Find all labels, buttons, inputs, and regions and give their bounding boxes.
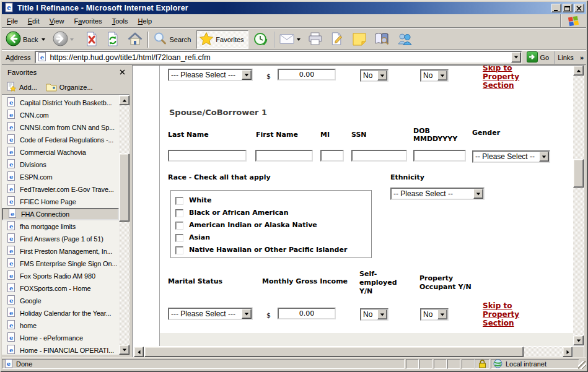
menu-view[interactable]: View [45,15,69,28]
search-button[interactable]: Search [151,30,195,49]
close-button[interactable] [574,4,584,12]
favorite-item[interactable]: eCommercial Wachovia [2,146,119,158]
mail-button[interactable] [278,30,302,49]
first-name-input[interactable] [255,150,313,162]
forward-button[interactable] [51,30,76,49]
dob-input[interactable] [413,150,466,162]
resize-grip[interactable] [578,361,586,369]
menu-file[interactable]: File [2,15,23,28]
vertical-scrollbar[interactable] [573,66,584,346]
favorite-item[interactable]: eFedTraveler.com E-Gov Trave... [2,183,119,196]
favorite-item[interactable]: eHome - ePeformance [2,332,119,344]
home-button[interactable] [125,30,145,49]
scroll-down-button[interactable] [573,335,584,345]
mi-input[interactable] [320,150,344,162]
favorite-item[interactable]: efha mortgage limits [2,220,119,233]
discuss-button[interactable] [350,30,369,49]
dropdown-arrow-button[interactable] [377,71,387,80]
history-button[interactable] [251,30,271,49]
scrollbar-thumb[interactable] [119,154,129,222]
menu-help[interactable]: Help [133,15,157,28]
top-yn1-select[interactable]: No [360,69,388,82]
menu-edit[interactable]: Edit [23,15,45,28]
top-select[interactable]: --- Please Select --- [168,69,253,81]
occupant-select[interactable]: No [420,308,449,321]
favorite-item[interactable]: eFFIEC Home Page [2,196,119,208]
favorite-item[interactable]: eFMS Enterprise Single Sign On... [2,257,119,270]
ethnicity-select[interactable]: -- Please Select -- [390,188,485,200]
ssn-input[interactable] [351,150,407,162]
favorite-item[interactable]: eCNNSI.com from CNN and Sp... [2,121,119,134]
dropdown-arrow-button[interactable] [437,71,447,80]
favorite-item[interactable]: eFOXSports.com - Home [2,282,119,295]
favorite-item[interactable]: eHoliday Calendar for the Year... [2,307,119,319]
address-dropdown-button[interactable] [511,52,521,63]
top-amount-input[interactable]: 0.00 [278,69,336,80]
scrollbar-track[interactable] [573,76,584,159]
refresh-button[interactable] [104,30,121,49]
links-toolbar[interactable]: Links » [558,54,586,61]
race-checkbox[interactable] [175,209,183,217]
scrollbar-thumb[interactable] [144,347,524,357]
scrollbar-track[interactable] [524,347,563,357]
favorite-item[interactable]: eCode of Federal Regulations -... [2,134,119,146]
favorite-item[interactable]: eDivisions [2,158,119,171]
address-input[interactable]: e https://entp.hud.gov/title1/html/f72lo… [35,51,522,64]
dropdown-arrow-button[interactable] [242,309,252,319]
marital-status-select[interactable]: --- Please Select --- [168,308,253,320]
favorites-button[interactable]: Favorites [196,30,248,49]
horizontal-scrollbar[interactable] [133,347,573,357]
skip-to-property-link-bottom[interactable]: Skip to Property Section [483,301,522,327]
scrollbar-track[interactable] [119,222,129,345]
scrollbar-track[interactable] [573,188,584,335]
dropdown-arrow-button[interactable] [473,189,483,199]
research-button[interactable] [372,30,392,49]
dropdown-arrow-button[interactable] [539,152,549,162]
menu-tools[interactable]: Tools [107,15,133,28]
race-checkbox[interactable] [175,197,183,205]
race-checkbox[interactable] [175,222,183,230]
race-checkbox[interactable] [175,234,183,242]
dropdown-arrow-button[interactable] [437,309,447,319]
menu-favorites[interactable]: Favorites [69,15,107,28]
dropdown-arrow-button[interactable] [242,70,252,80]
scroll-left-button[interactable] [134,347,144,357]
scrollbar-thumb[interactable] [573,159,584,188]
favorite-item[interactable]: eCNN.com [2,109,119,121]
favorites-close-button[interactable] [117,67,127,77]
maximize-button[interactable] [563,4,573,12]
favorite-item[interactable]: eCapital District Youth Basketb... [2,97,119,109]
favorite-item[interactable]: eFirst Preston Management, In... [2,245,119,257]
race-checkbox[interactable] [175,246,183,254]
organize-favorites-button[interactable]: Organize... [46,82,93,93]
scroll-right-button[interactable] [563,347,573,357]
go-button[interactable]: Go [525,51,552,64]
favorite-item[interactable]: ehome [2,319,119,332]
favorites-scrollbar[interactable] [119,95,129,355]
scroll-down-button[interactable] [119,345,129,355]
gender-select[interactable]: -- Please Select -- [472,150,550,163]
favorite-item[interactable]: eESPN.com [2,171,119,183]
scroll-up-button[interactable] [119,95,129,105]
dropdown-arrow-button[interactable] [377,309,387,319]
go-label: Go [540,54,550,61]
self-employed-select[interactable]: No [360,308,388,321]
back-button[interactable]: Back [4,30,47,49]
favorite-item[interactable]: eHome - FINANCIAL OPERATI... [2,344,119,355]
stop-button[interactable] [83,30,100,49]
favorite-item[interactable]: eFind Answers (Page 1 of 51) [2,233,119,245]
favorite-item[interactable]: eGoogle [2,295,119,307]
top-yn2-select[interactable]: No [420,69,449,82]
edit-button[interactable] [328,30,347,49]
scroll-up-button[interactable] [573,66,584,76]
favorite-item[interactable]: eFox Sports Radio AM 980 [2,270,119,282]
skip-to-property-link-top[interactable]: Skip to Property Section [483,66,522,90]
print-button[interactable] [305,30,325,49]
minimize-button[interactable] [551,4,561,12]
scrollbar-track[interactable] [119,105,129,154]
messenger-button[interactable] [395,30,415,49]
favorite-item[interactable]: eFHA Connection [2,208,119,220]
add-favorite-button[interactable]: Add... [6,82,37,93]
income-input[interactable]: 0.00 [278,308,336,319]
last-name-input[interactable] [168,150,247,162]
